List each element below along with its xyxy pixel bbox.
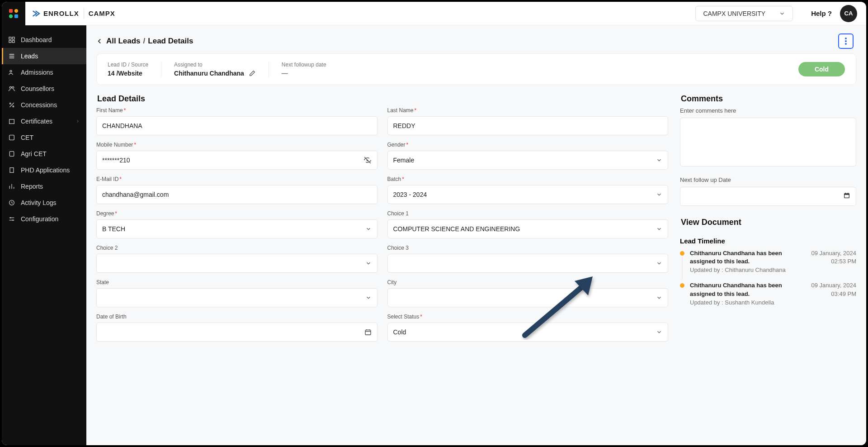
more-actions-button[interactable] <box>838 33 854 49</box>
chevron-right-icon <box>75 118 80 125</box>
sidebar-item-label: Activity Logs <box>21 199 57 206</box>
square-icon <box>8 134 15 141</box>
comments-subheader: Enter comments here <box>680 107 856 114</box>
university-select-value: CAMPX UNIVERSITY <box>703 10 765 17</box>
svg-point-11 <box>9 103 11 104</box>
calendar-button[interactable] <box>843 192 850 201</box>
user-avatar[interactable]: CA <box>840 5 857 22</box>
sidebar-item-reports[interactable]: Reports <box>2 178 86 195</box>
next-followup-date-input[interactable] <box>680 187 856 206</box>
sidebar-item-leads[interactable]: Leads <box>2 48 86 64</box>
dob-calendar-button[interactable] <box>364 328 372 336</box>
chevron-down-icon <box>779 10 785 17</box>
timeline-time: 02:53 PM <box>811 257 857 266</box>
assigned-label: Assigned to <box>174 62 256 68</box>
svg-point-8 <box>10 70 12 72</box>
mobile-input[interactable] <box>96 151 377 170</box>
status-select[interactable]: Cold <box>387 323 669 342</box>
chevron-left-icon <box>95 37 104 45</box>
chevron-down-icon <box>365 295 372 301</box>
city-select[interactable] <box>387 288 669 307</box>
timeline-msg: Chithanuru Chandhana has been assigned t… <box>690 281 798 298</box>
sidebar-item-label: Dashboard <box>21 36 52 43</box>
svg-point-17 <box>10 217 11 219</box>
enrollx-icon <box>33 10 41 17</box>
svg-rect-24 <box>844 195 849 198</box>
choice1-select[interactable]: COMPUTER SCIENCE AND ENGINEERING <box>387 219 669 238</box>
sidebar-item-label: Admissions <box>21 69 53 76</box>
help-link[interactable]: Help ? <box>811 10 832 17</box>
breadcrumb-current: Lead Details <box>148 37 193 46</box>
sidebar-item-counsellors[interactable]: Counsellors <box>2 81 86 97</box>
sidebar-item-concessions[interactable]: Concessions <box>2 97 86 113</box>
svg-point-18 <box>12 219 14 221</box>
degree-select[interactable]: B TECH <box>96 219 377 238</box>
batch-select[interactable]: 2023 - 2024 <box>387 185 669 204</box>
status-pill: Cold <box>798 62 845 76</box>
svg-rect-6 <box>9 40 11 43</box>
brand-campx: CAMPX <box>89 10 115 17</box>
choice3-select[interactable] <box>387 254 669 273</box>
topbar: ENROLLX CAMPX CAMPX UNIVERSITY Help ? CA <box>2 2 866 25</box>
university-select[interactable]: CAMPX UNIVERSITY <box>695 6 793 21</box>
city-label: City <box>387 279 397 285</box>
timeline-updated-by: Updated by : Chithanuru Chandhana <box>690 266 798 273</box>
timeline-updated-by: Updated by : Sushanth Kundella <box>690 299 798 306</box>
brand-divider <box>84 8 84 19</box>
users-icon <box>8 69 15 76</box>
clipboard-icon <box>8 150 15 157</box>
state-select[interactable] <box>96 288 377 307</box>
sidebar-item-agri-cet[interactable]: Agri CET <box>2 146 86 162</box>
svg-rect-2 <box>9 14 13 18</box>
sidebar-item-activity-logs[interactable]: Activity Logs <box>2 195 86 211</box>
book-icon <box>8 166 15 174</box>
gender-select[interactable]: Female <box>387 151 669 170</box>
svg-point-21 <box>845 43 847 45</box>
batch-label: Batch <box>387 176 401 182</box>
divider <box>269 61 269 77</box>
main-area: All Leads / Lead Details Lead ID / Sourc… <box>86 25 866 445</box>
back-button[interactable] <box>95 37 104 45</box>
sidebar-item-configuration[interactable]: Configuration <box>2 211 86 227</box>
sidebar-item-certificates[interactable]: Certificates <box>2 113 86 129</box>
brand-enrollx: ENROLLX <box>33 10 79 17</box>
breadcrumb-all-leads[interactable]: All Leads <box>106 37 141 46</box>
divider <box>161 61 161 77</box>
svg-rect-13 <box>9 119 14 124</box>
eye-off-icon <box>363 156 372 164</box>
chevron-down-icon <box>656 295 662 301</box>
sidebar-item-admissions[interactable]: Admissions <box>2 64 86 81</box>
email-input[interactable] <box>96 185 377 204</box>
bar-chart-icon <box>8 183 15 190</box>
edit-assigned-button[interactable] <box>249 70 256 77</box>
svg-rect-4 <box>9 37 11 39</box>
chevron-down-icon <box>656 157 662 163</box>
comments-textarea[interactable] <box>680 118 856 166</box>
sidebar-item-label: CET <box>21 134 33 141</box>
grid-icon <box>8 36 15 43</box>
sidebar-item-phd-applications[interactable]: PHD Applications <box>2 162 86 178</box>
timeline-item: Chithanuru Chandhana has been assigned t… <box>680 281 856 305</box>
toggle-mobile-visibility-button[interactable] <box>363 156 372 164</box>
chevron-down-icon <box>656 329 662 335</box>
sidebar-item-label: Reports <box>21 183 43 190</box>
calendar-icon <box>364 328 372 336</box>
leadid-value: 14 /Website <box>108 70 148 77</box>
sidebar: Dashboard Leads Admissions Counsellors C… <box>2 25 86 445</box>
dob-input[interactable] <box>96 323 377 342</box>
choice2-label: Choice 2 <box>96 245 118 251</box>
lead-details-title: Lead Details <box>97 94 668 104</box>
svg-rect-7 <box>12 40 14 43</box>
sliders-icon <box>8 215 15 223</box>
first-name-label: First Name <box>96 107 123 114</box>
sidebar-item-cet[interactable]: CET <box>2 129 86 146</box>
comments-title: Comments <box>681 94 856 104</box>
sidebar-item-dashboard[interactable]: Dashboard <box>2 32 86 48</box>
choice2-select[interactable] <box>96 254 377 273</box>
svg-rect-5 <box>12 37 14 39</box>
svg-rect-22 <box>365 330 371 335</box>
last-name-input[interactable] <box>387 116 669 135</box>
view-document-title[interactable]: View Document <box>681 218 856 227</box>
first-name-input[interactable] <box>96 116 377 135</box>
svg-rect-15 <box>9 152 14 157</box>
